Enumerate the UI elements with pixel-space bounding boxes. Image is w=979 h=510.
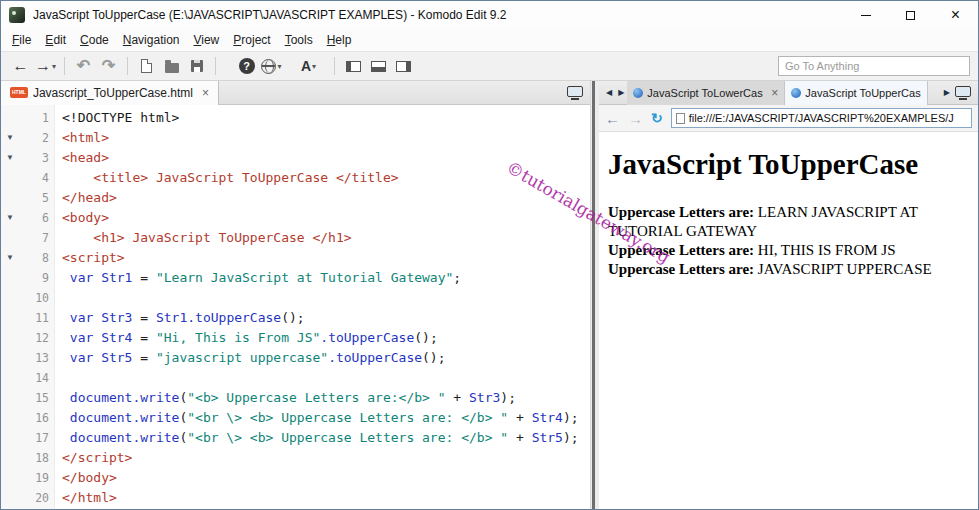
line-number: 13	[19, 348, 49, 368]
fold-spacer	[1, 428, 19, 448]
toggle-right-pane-button[interactable]	[392, 54, 415, 78]
nav-forward-icon[interactable]: →	[628, 111, 643, 126]
toggle-bottom-pane-button[interactable]	[367, 54, 390, 78]
line-number: 18	[19, 448, 49, 468]
html-file-icon: HTML	[10, 87, 28, 98]
line-number: 14	[19, 368, 49, 388]
code-text: </head>	[49, 188, 117, 208]
preview-tab-label: JavaScript ToLowerCase	[647, 87, 763, 99]
goto-anything-input[interactable]	[778, 56, 970, 76]
code-editor[interactable]: 1<!DOCTYPE html>▼2<html>▼3<head>4 <title…	[1, 105, 590, 509]
caret-down-icon: ▾	[52, 62, 56, 71]
nav-refresh-icon[interactable]: ↻	[651, 111, 663, 125]
tab-close-icon[interactable]: ×	[202, 86, 209, 100]
output-line: Uppercase Letters are: LEARN JAVASCRIPT …	[608, 203, 966, 241]
line-number: 7	[19, 228, 49, 248]
minimize-icon	[861, 15, 871, 16]
new-file-button[interactable]	[135, 54, 158, 78]
code-line[interactable]: 20</html>	[1, 488, 590, 508]
browser-navbar: ← → ↻ file:///E:/JAVASCRIPT/JAVASCRIPT%2…	[599, 105, 978, 132]
code-text: document.write("<br \> <b> Uppercase Let…	[49, 428, 579, 448]
code-line[interactable]: 10	[1, 288, 590, 308]
code-line[interactable]: 1<!DOCTYPE html>	[1, 108, 590, 128]
redo-icon: ↷	[102, 58, 115, 74]
code-line[interactable]: 5</head>	[1, 188, 590, 208]
fold-arrow-icon[interactable]: ▼	[1, 248, 19, 268]
code-line[interactable]: 18</script>	[1, 448, 590, 468]
back-icon: ←	[13, 58, 29, 74]
preview-tab-touppercase[interactable]: JavaScript ToUpperCas	[785, 81, 927, 105]
editor-tab[interactable]: HTML Javascript_ToUpperCase.html ×	[1, 81, 219, 105]
caret-down-icon: ▾	[277, 62, 281, 71]
open-file-button[interactable]	[160, 54, 183, 78]
preview-tab-label: JavaScript ToUpperCas	[805, 87, 920, 99]
code-line[interactable]: 11 var Str3 = Str1.toUpperCase();	[1, 308, 590, 328]
close-button[interactable]: ×	[933, 1, 978, 29]
menu-item-tools[interactable]: Tools	[278, 31, 320, 49]
code-text: </body>	[49, 468, 117, 488]
code-line[interactable]: 14	[1, 368, 590, 388]
browser-view-icon[interactable]	[955, 86, 971, 97]
open-folder-icon	[165, 63, 179, 73]
line-number: 10	[19, 288, 49, 308]
editor-scrollbar[interactable]	[590, 81, 599, 509]
fold-spacer	[1, 468, 19, 488]
code-line[interactable]: 17 document.write("<br \> <b> Uppercase …	[1, 428, 590, 448]
fold-arrow-icon[interactable]: ▼	[1, 128, 19, 148]
fold-spacer	[1, 368, 19, 388]
save-button[interactable]	[185, 54, 208, 78]
editor-pane: HTML Javascript_ToUpperCase.html × 1<!DO…	[1, 81, 590, 509]
tab-overflow-icon[interactable]: ▶	[942, 88, 952, 97]
code-line[interactable]: 9 var Str1 = "Learn JavaScript at Tutori…	[1, 268, 590, 288]
editor-tabbar: HTML Javascript_ToUpperCase.html ×	[1, 81, 590, 105]
fold-arrow-icon[interactable]: ▼	[1, 148, 19, 168]
address-bar[interactable]: file:///E:/JAVASCRIPT/JAVASCRIPT%20EXAMP…	[671, 108, 972, 128]
code-line[interactable]: 16 document.write("<br \> <b> Uppercase …	[1, 408, 590, 428]
code-line[interactable]: 12 var Str4 = "Hi, This is From JS".toUp…	[1, 328, 590, 348]
back-button[interactable]: ←	[9, 54, 32, 78]
tab-close-icon[interactable]: ×	[771, 86, 778, 100]
tab-scroll-right-icon[interactable]: ▶	[615, 88, 627, 97]
code-line[interactable]: 19</body>	[1, 468, 590, 488]
menu-item-edit[interactable]: Edit	[38, 31, 73, 49]
help-button[interactable]: ?	[235, 54, 258, 78]
toolbar-separator	[334, 57, 335, 75]
toolbar: ← →▾ ↶ ↷ ? ▾ A▾	[1, 51, 978, 81]
code-line[interactable]: ▼3<head>	[1, 148, 590, 168]
browser-preview-button[interactable]: ▾	[260, 54, 283, 78]
code-line[interactable]: 15 document.write("<b> Uppercase Letters…	[1, 388, 590, 408]
forward-button[interactable]: →▾	[34, 54, 57, 78]
menu-item-navigation[interactable]: Navigation	[116, 31, 187, 49]
code-line[interactable]: 7 <h1> JavaScript ToUpperCase </h1>	[1, 228, 590, 248]
font-size-button[interactable]: A▾	[297, 54, 320, 78]
line-number: 1	[19, 108, 49, 128]
fold-arrow-icon[interactable]: ▼	[1, 208, 19, 228]
code-line[interactable]: ▼6<body>	[1, 208, 590, 228]
menu-item-help[interactable]: Help	[320, 31, 359, 49]
fold-spacer	[1, 488, 19, 508]
menu-item-code[interactable]: Code	[73, 31, 116, 49]
preview-tab-tolowercase[interactable]: JavaScript ToLowerCase ×	[627, 81, 785, 105]
menu-item-project[interactable]: Project	[226, 31, 277, 49]
code-line[interactable]: ▼2<html>	[1, 128, 590, 148]
menu-item-view[interactable]: View	[186, 31, 226, 49]
window-title: JavaScript ToUpperCase (E:\JAVASCRIPT\JA…	[33, 8, 507, 22]
maximize-button[interactable]	[888, 1, 933, 29]
minimize-button[interactable]	[843, 1, 888, 29]
main-area: HTML Javascript_ToUpperCase.html × 1<!DO…	[1, 81, 978, 509]
redo-button[interactable]: ↷	[97, 54, 120, 78]
forward-icon: →	[35, 58, 51, 74]
code-line[interactable]: 4 <title> JavaScript ToUpperCase </title…	[1, 168, 590, 188]
menu-item-file[interactable]: File	[5, 31, 38, 49]
toggle-left-pane-button[interactable]	[342, 54, 365, 78]
code-text: </html>	[49, 488, 117, 508]
output-line: Uppercase Letters are: JAVASCRIPT UPPERC…	[608, 260, 966, 279]
fold-spacer	[1, 228, 19, 248]
nav-back-icon[interactable]: ←	[605, 111, 620, 126]
scrollbar-thumb[interactable]	[592, 81, 595, 509]
undo-button[interactable]: ↶	[72, 54, 95, 78]
code-line[interactable]: ▼8<script>	[1, 248, 590, 268]
tab-scroll-left-icon[interactable]: ◀	[603, 88, 615, 97]
code-line[interactable]: 13 var Str5 = "javascript uppercase".toU…	[1, 348, 590, 368]
editor-view-menu-icon[interactable]	[567, 86, 583, 97]
